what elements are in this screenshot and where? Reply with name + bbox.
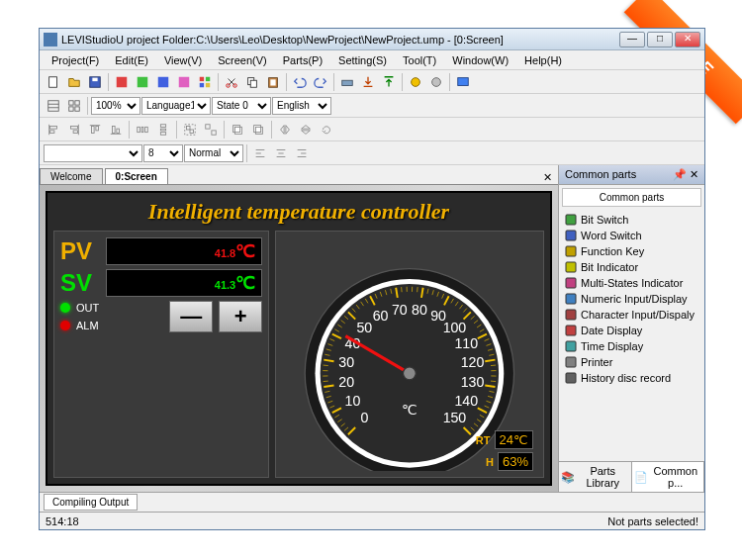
text-left-icon[interactable] xyxy=(250,143,270,163)
text-center-icon[interactable] xyxy=(271,143,291,163)
tab-parts-library[interactable]: 📚Parts Library xyxy=(559,462,632,492)
parts-item[interactable]: Word Switch xyxy=(561,228,702,243)
flip-h-icon[interactable] xyxy=(275,120,295,140)
align-left-icon[interactable] xyxy=(44,120,63,140)
menu-window[interactable]: Window(W) xyxy=(444,52,516,68)
parts-item[interactable]: Printer xyxy=(561,354,702,370)
tab-screen0[interactable]: 0:Screen xyxy=(105,168,168,184)
locale-select[interactable]: English xyxy=(272,97,331,115)
new-icon[interactable] xyxy=(44,72,63,92)
part-label: Bit Switch xyxy=(581,214,628,226)
align-top-icon[interactable] xyxy=(85,120,105,140)
font-select[interactable] xyxy=(44,144,142,162)
part-label: Time Display xyxy=(581,340,643,352)
download-icon[interactable] xyxy=(358,72,378,92)
align-bottom-icon[interactable] xyxy=(106,120,126,140)
maximize-button[interactable]: □ xyxy=(647,32,673,47)
back-icon[interactable] xyxy=(248,120,268,140)
svg-rect-167 xyxy=(566,294,576,304)
language-select[interactable]: Language1 xyxy=(141,97,211,115)
dist-h-icon[interactable] xyxy=(133,120,152,140)
menu-parts[interactable]: Parts(P) xyxy=(275,52,330,68)
menu-edit[interactable]: Edit(E) xyxy=(107,52,156,68)
minimize-button[interactable]: — xyxy=(619,32,645,47)
redo-icon[interactable] xyxy=(311,72,330,92)
parts-item[interactable]: Character Input/Dispaly xyxy=(561,307,702,323)
menu-project[interactable]: Project(F) xyxy=(44,52,107,68)
screen-blue-icon[interactable] xyxy=(453,72,473,92)
part-label: Multi-States Indicator xyxy=(581,277,683,289)
minus-button[interactable]: — xyxy=(169,301,213,332)
fontstyle-select[interactable]: Normal xyxy=(184,144,243,162)
align-right-icon[interactable] xyxy=(64,120,84,140)
titlebar[interactable]: LEVIStudioU project Folder:C:\Users\Leo\… xyxy=(40,29,704,50)
svg-text:70: 70 xyxy=(392,302,408,318)
group-icon[interactable] xyxy=(180,120,200,140)
tb-red-icon[interactable] xyxy=(112,72,132,92)
menu-help[interactable]: Help(H) xyxy=(516,52,570,68)
parts-item[interactable]: Bit Switch xyxy=(561,212,702,228)
svg-rect-10 xyxy=(206,82,210,86)
tab-common-parts[interactable]: 📄Common p... xyxy=(632,462,705,492)
parts-item[interactable]: Numeric Input/Display xyxy=(561,291,702,307)
design-canvas[interactable]: Intelligent temperature controller PV 41… xyxy=(40,185,558,492)
sim-offline-icon[interactable] xyxy=(426,72,446,92)
tab-close-icon[interactable]: ✕ xyxy=(537,171,558,184)
flip-v-icon[interactable] xyxy=(296,120,316,140)
part-label: Bit Indicator xyxy=(581,261,638,273)
svg-text:130: 130 xyxy=(461,374,485,390)
tb-green-icon[interactable] xyxy=(133,72,152,92)
part-icon xyxy=(565,372,577,384)
part-icon xyxy=(565,277,577,289)
menu-screen[interactable]: Screen(V) xyxy=(210,52,275,68)
build-icon[interactable] xyxy=(337,72,357,92)
dist-v-icon[interactable] xyxy=(153,120,173,140)
svg-rect-26 xyxy=(69,106,73,110)
part-icon xyxy=(565,325,577,336)
save-icon[interactable] xyxy=(85,72,105,92)
svg-rect-162 xyxy=(566,215,576,225)
parts-item[interactable]: Function Key xyxy=(561,243,702,259)
ungroup-icon[interactable] xyxy=(201,120,221,140)
text-right-icon[interactable] xyxy=(292,143,312,163)
tb-pink-icon[interactable] xyxy=(174,72,194,92)
upload-icon[interactable] xyxy=(379,72,399,92)
tab-welcome[interactable]: Welcome xyxy=(40,168,103,184)
svg-rect-49 xyxy=(206,124,210,128)
statusbar: 514:18 Not parts selected! xyxy=(40,512,704,529)
copy-icon[interactable] xyxy=(242,72,262,92)
common-parts-panel: Common parts📌 ✕ Common parts Bit SwitchW… xyxy=(558,165,704,492)
zoom-select[interactable]: 100% xyxy=(91,97,140,115)
parts-item[interactable]: Bit Indicator xyxy=(561,259,702,275)
menu-view[interactable]: View(V) xyxy=(156,52,210,68)
fontsize-select[interactable]: 8 xyxy=(143,144,183,162)
part-label: Function Key xyxy=(581,245,644,257)
paste-icon[interactable] xyxy=(263,72,283,92)
tb-grid-icon[interactable] xyxy=(195,72,215,92)
parts-item[interactable]: History disc record xyxy=(561,370,702,386)
parts-item[interactable]: Multi-States Indicator xyxy=(561,275,702,291)
undo-icon[interactable] xyxy=(290,72,310,92)
sim-online-icon[interactable] xyxy=(406,72,425,92)
cut-icon[interactable] xyxy=(222,72,241,92)
pin-icon[interactable]: 📌 ✕ xyxy=(673,168,698,181)
tab-compiling-output[interactable]: Compiling Output xyxy=(44,494,138,511)
parts-item[interactable]: Time Display xyxy=(561,338,702,354)
screen-grid-icon[interactable] xyxy=(64,96,84,116)
bottom-tabs: Compiling Output xyxy=(40,492,704,512)
front-icon[interactable] xyxy=(228,120,247,140)
editor-tabs: Welcome 0:Screen ✕ xyxy=(40,165,558,185)
rotate-icon[interactable] xyxy=(317,120,336,140)
open-icon[interactable] xyxy=(64,72,84,92)
screen-list-icon[interactable] xyxy=(44,96,63,116)
menu-tool[interactable]: Tool(T) xyxy=(395,52,444,68)
parts-list: Bit SwitchWord SwitchFunction KeyBit Ind… xyxy=(559,210,704,461)
parts-item[interactable]: Date Display xyxy=(561,323,702,338)
plus-button[interactable]: + xyxy=(219,301,262,332)
app-window: LEVIStudioU project Folder:C:\Users\Leo\… xyxy=(39,28,705,530)
menu-setting[interactable]: Setting(S) xyxy=(330,52,395,68)
close-button[interactable]: ✕ xyxy=(675,32,700,47)
tb-blue-icon[interactable] xyxy=(153,72,173,92)
sidepanel-title[interactable]: Common parts📌 ✕ xyxy=(559,165,704,185)
state-select[interactable]: State 0 xyxy=(212,97,271,115)
